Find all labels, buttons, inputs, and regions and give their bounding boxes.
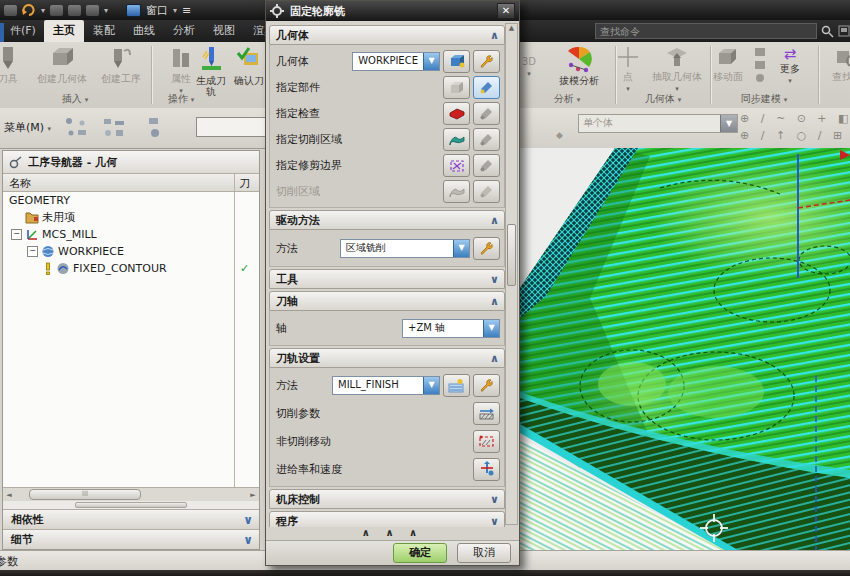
geometry-chevron-icon[interactable]: ∧ — [490, 29, 499, 42]
edit-drive-method-button[interactable] — [473, 237, 500, 260]
scroll-left-icon[interactable]: ◄ — [3, 491, 15, 499]
specify-check-button[interactable] — [443, 102, 470, 125]
snap-point-toolbar-row1[interactable]: ⊕ / ~ ⊙ + ◧ — [740, 112, 850, 125]
find-command-input[interactable] — [595, 23, 817, 39]
command-finder-icon[interactable] — [838, 25, 850, 37]
create-tool-button[interactable]: 刀具 — [0, 45, 30, 84]
machine-control-section-header[interactable]: 机床控制 ∨ — [269, 489, 505, 509]
find-feature-button[interactable]: 查找特 — [821, 45, 850, 82]
collapse-box-icon[interactable]: − — [27, 246, 38, 257]
selection-scope-combo[interactable]: 单个体 ▼ — [578, 114, 738, 133]
ok-button[interactable]: 确定 — [393, 543, 447, 563]
machine-chevron-icon[interactable]: ∨ — [490, 493, 499, 506]
hscroll-thumb[interactable]: lll — [29, 489, 141, 500]
menu-button[interactable]: 菜单(M) ▾ — [4, 120, 51, 135]
select-trim-button[interactable] — [473, 154, 500, 177]
drive-method-arrow-icon[interactable]: ▼ — [453, 240, 469, 257]
scroll-right-icon[interactable]: ► — [247, 491, 259, 499]
tab-file[interactable]: 件(F) — [0, 23, 44, 42]
create-geometry-button[interactable]: 创建几何体 — [32, 45, 92, 84]
snap-point-toolbar-row2[interactable]: ⊕ / ↑ ○ / ⊞ — [740, 129, 846, 142]
dialog-scroll-thumb[interactable] — [507, 224, 516, 286]
select-cut-area-disabled-button[interactable] — [473, 180, 500, 203]
geometry-group-label[interactable]: 几何体 ▾ — [617, 92, 709, 106]
select-check-button[interactable] — [473, 102, 500, 125]
detail-section-bar[interactable]: 细节 ∨ — [3, 529, 259, 549]
dialog-collapse-hint[interactable]: ∧ ∧ ∧ — [266, 527, 519, 540]
undo-icon[interactable] — [22, 4, 36, 16]
dialog-title-bar[interactable]: 固定轮廓铣 ✕ — [266, 1, 519, 21]
geometry-combo-arrow-icon[interactable]: ▼ — [423, 53, 439, 70]
geometry-combo[interactable]: WORKPIECE ▼ — [352, 52, 440, 71]
analysis-group-label[interactable]: 分析 ▾ — [520, 92, 614, 106]
selection-tools-cluster-icon[interactable] — [100, 115, 130, 141]
object-display-cluster-icon[interactable] — [146, 115, 176, 141]
undo-dropdown-icon[interactable]: ▾ — [41, 6, 45, 15]
dialog-scroll-up-icon[interactable]: ▲ — [509, 24, 514, 32]
tab-assembly[interactable]: 装配 — [84, 20, 124, 42]
axis-combo-arrow-icon[interactable]: ▼ — [483, 320, 499, 337]
navigator-column-header[interactable]: 名称 刀轨 — [3, 174, 259, 192]
tab-view[interactable]: 视图 — [204, 20, 244, 42]
edit-geometry-button[interactable] — [473, 50, 500, 73]
non-cutting-button[interactable] — [473, 430, 500, 453]
tab-analysis[interactable]: 分析 — [164, 20, 204, 42]
path-method-arrow-icon[interactable]: ▼ — [423, 377, 439, 394]
view-tools-cluster-icon[interactable] — [62, 115, 92, 141]
select-cut-area-button[interactable] — [473, 128, 500, 151]
draft-analysis-button[interactable]: 拔模分析 — [546, 45, 612, 86]
detail-chevron-icon[interactable]: ∨ — [243, 533, 253, 547]
cut-icon[interactable] — [50, 5, 63, 16]
select-part-button[interactable] — [473, 76, 500, 99]
panel-splitter[interactable] — [3, 501, 259, 509]
insert-group-label[interactable]: 插入 ▾ — [0, 92, 150, 106]
drive-method-section-header[interactable]: 驱动方法 ∧ — [269, 210, 505, 230]
specify-trim-button[interactable] — [443, 154, 470, 177]
tree-row-workpiece[interactable]: − WORKPIECE — [3, 243, 259, 260]
more-button[interactable]: ⇄ 更多▾ — [770, 45, 810, 87]
dependency-section-bar[interactable]: 相依性 ∨ — [3, 509, 259, 529]
path-settings-section-header[interactable]: 刀轨设置 ∧ — [269, 348, 505, 368]
tree-row-fixed-contour[interactable]: FIXED_CONTOUR ✓ — [3, 260, 259, 277]
program-chevron-icon[interactable]: ∨ — [490, 515, 499, 528]
selection-scope-arrow-icon[interactable]: ▼ — [720, 115, 737, 132]
tree-row-unused[interactable]: 未用项 — [3, 209, 259, 226]
minimize-ribbon-icon[interactable]: ≡ — [182, 4, 191, 17]
dialog-scrollbar[interactable]: ▲ — [505, 23, 518, 525]
tool-section-header[interactable]: 工具 ∨ — [269, 269, 505, 289]
cancel-button[interactable]: 取消 — [457, 543, 511, 563]
path-method-combo[interactable]: MILL_FINISH ▼ — [332, 376, 440, 395]
tree-row-mcs-mill[interactable]: − MCS_MILL — [3, 226, 259, 243]
new-geometry-button[interactable] — [443, 50, 470, 73]
cutting-params-button[interactable] — [473, 402, 500, 425]
collapse-box-icon[interactable]: − — [11, 229, 22, 240]
close-icon[interactable]: ✕ — [497, 3, 515, 19]
tree-row-geometry[interactable]: GEOMETRY — [3, 192, 259, 209]
tool-chevron-icon[interactable]: ∨ — [490, 273, 499, 286]
graphics-viewport[interactable] — [520, 148, 850, 550]
verify-toolpath-button[interactable]: 确认刀 — [232, 45, 266, 86]
tab-home[interactable]: 主页 — [44, 20, 84, 42]
new-method-button[interactable] — [443, 374, 470, 397]
tab-curve[interactable]: 曲线 — [124, 20, 164, 42]
drive-chevron-icon[interactable]: ∧ — [490, 214, 499, 227]
path-settings-chevron-icon[interactable]: ∧ — [490, 352, 499, 365]
create-operation-button[interactable]: 创建工序 — [94, 45, 148, 84]
dependency-chevron-icon[interactable]: ∨ — [243, 513, 253, 527]
specify-cut-area-button[interactable] — [443, 128, 470, 151]
generate-toolpath-button[interactable]: 生成刀轨 — [192, 45, 230, 97]
window-menu[interactable]: 窗口 — [146, 3, 168, 18]
tool-axis-section-header[interactable]: 刀轴 ∧ — [269, 291, 505, 311]
move-face-button[interactable]: 移动面 — [704, 45, 752, 82]
feeds-speeds-button[interactable] — [473, 458, 500, 481]
drive-method-combo[interactable]: 区域铣削 ▼ — [340, 239, 470, 258]
point-button[interactable]: 点▾ — [611, 45, 645, 95]
filter-diamond-icon[interactable]: ◆ — [556, 130, 563, 140]
geometry-section-header[interactable]: 几何体 ∧ — [269, 25, 505, 45]
tool-axis-chevron-icon[interactable]: ∧ — [490, 295, 499, 308]
sync-group-label[interactable]: 同步建模 ▾ — [712, 92, 816, 106]
extract-geometry-button[interactable]: 抽取几何体▾ — [645, 45, 709, 95]
copy-icon[interactable] — [68, 5, 81, 16]
specify-part-button[interactable] — [443, 76, 470, 99]
window-menu-arrow-icon[interactable]: ▾ — [173, 6, 177, 15]
